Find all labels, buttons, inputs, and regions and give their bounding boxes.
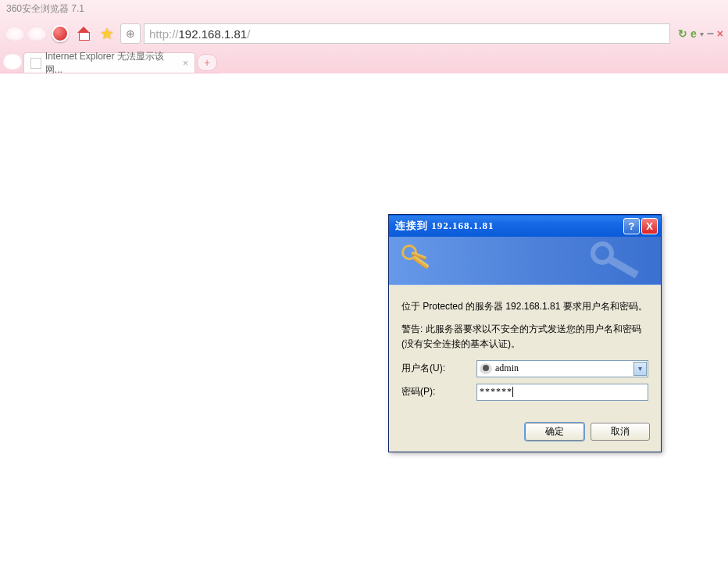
stop-reload-button[interactable] bbox=[50, 23, 70, 44]
star-icon: ★ bbox=[100, 24, 114, 43]
tab-close-button[interactable]: × bbox=[183, 58, 188, 69]
text-caret bbox=[512, 387, 513, 397]
tab-strip-decor bbox=[219, 66, 728, 73]
browser-toolbar: ★ ⊕ http://192.168.1.81/ ↻ e ▾ – × bbox=[0, 17, 728, 50]
username-value: admin bbox=[495, 363, 519, 374]
cancel-button[interactable]: 取消 bbox=[591, 423, 650, 441]
page-favicon bbox=[30, 58, 41, 69]
auth-dialog: 连接到 192.168.1.81 ? X 位于 Protected 的服务器 1… bbox=[388, 214, 662, 452]
home-button[interactable] bbox=[73, 23, 94, 44]
dialog-close-button[interactable]: X bbox=[641, 218, 658, 234]
compat-icon[interactable]: e bbox=[691, 27, 697, 40]
username-input[interactable]: admin ▾ bbox=[476, 360, 648, 377]
dialog-title: 连接到 192.168.1.81 bbox=[395, 219, 622, 233]
shield-icon: ⊕ bbox=[126, 27, 135, 40]
dialog-message-1: 位于 Protected 的服务器 192.168.1.81 要求用户名和密码。 bbox=[401, 299, 648, 314]
dialog-help-button[interactable]: ? bbox=[623, 218, 640, 234]
password-input[interactable]: ****** bbox=[476, 384, 648, 401]
new-tab-button[interactable]: + bbox=[197, 54, 217, 71]
dialog-banner bbox=[389, 237, 661, 285]
dialog-message-2: 警告: 此服务器要求以不安全的方式发送您的用户名和密码(没有安全连接的基本认证)… bbox=[401, 322, 648, 352]
ok-button[interactable]: 确定 bbox=[525, 423, 584, 441]
reload-icon bbox=[52, 25, 69, 42]
dialog-body: 位于 Protected 的服务器 192.168.1.81 要求用户名和密码。… bbox=[389, 285, 661, 410]
toolbar-right-controls: ↻ e ▾ – × bbox=[673, 27, 723, 41]
page-content: 连接到 192.168.1.81 ? X 位于 Protected 的服务器 1… bbox=[0, 73, 728, 586]
close-button[interactable]: × bbox=[717, 27, 723, 40]
back-forward-wings[interactable] bbox=[5, 26, 47, 41]
forward-button[interactable] bbox=[27, 26, 47, 41]
dialog-titlebar[interactable]: 连接到 192.168.1.81 ? X bbox=[389, 215, 661, 237]
url-host: 192.168.1.81 bbox=[179, 27, 248, 41]
browser-title: 360安全浏览器 7.1 bbox=[6, 2, 84, 16]
username-dropdown-button[interactable]: ▾ bbox=[633, 362, 647, 376]
back-button[interactable] bbox=[5, 26, 25, 41]
banner-watermark bbox=[591, 241, 653, 280]
password-row: 密码(P): ****** bbox=[401, 384, 648, 401]
url-path: / bbox=[247, 27, 250, 41]
username-label: 用户名(U): bbox=[401, 362, 476, 375]
username-row: 用户名(U): admin ▾ bbox=[401, 360, 648, 377]
share-icon[interactable]: ↻ bbox=[678, 27, 687, 40]
home-icon bbox=[75, 25, 92, 42]
chevron-down-icon[interactable]: ▾ bbox=[700, 30, 704, 38]
user-icon bbox=[480, 363, 492, 374]
tab-active[interactable]: Internet Explorer 无法显示该网... × bbox=[23, 52, 195, 73]
security-shield-button[interactable]: ⊕ bbox=[120, 23, 141, 44]
tab-title: Internet Explorer 无法显示该网... bbox=[45, 50, 179, 77]
dialog-button-row: 确定 取消 bbox=[389, 410, 661, 452]
keys-icon bbox=[400, 243, 434, 277]
password-value: ****** bbox=[480, 386, 512, 398]
url-protocol: http:// bbox=[149, 27, 179, 41]
password-label: 密码(P): bbox=[401, 385, 476, 398]
favorites-button[interactable]: ★ bbox=[97, 23, 117, 44]
tab-strip: Internet Explorer 无法显示该网... × + bbox=[0, 50, 728, 73]
minimize-button[interactable]: – bbox=[707, 27, 714, 41]
browser-titlebar: 360安全浏览器 7.1 bbox=[0, 0, 728, 17]
cloud-icon[interactable] bbox=[3, 54, 22, 70]
address-bar[interactable]: http://192.168.1.81/ bbox=[144, 23, 670, 44]
